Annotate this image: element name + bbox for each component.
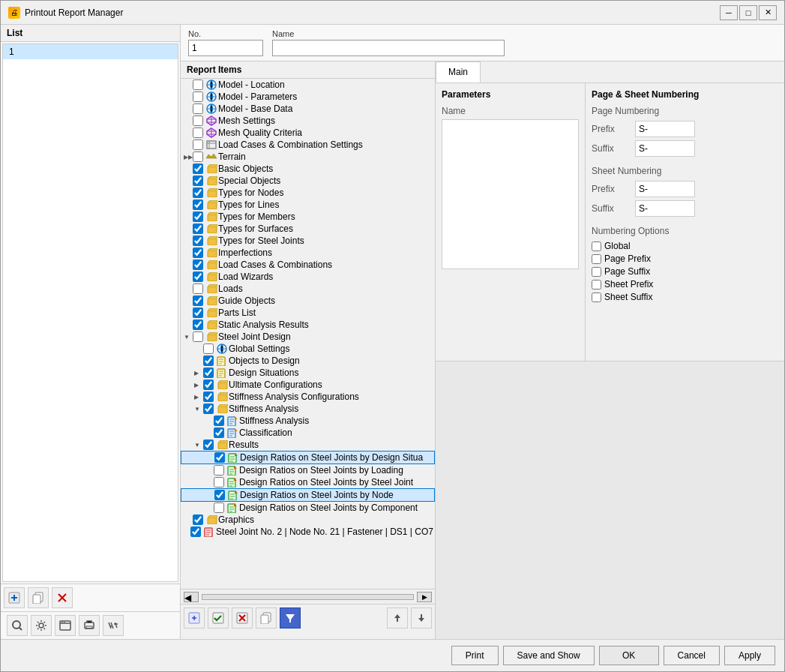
checkbox-terrain[interactable] — [193, 152, 203, 162]
tab-main[interactable]: Main — [436, 62, 481, 82]
expand-icon-results[interactable]: ▼ — [194, 442, 202, 448]
sheet-suffix-input[interactable] — [635, 200, 695, 217]
tree-item-load-combo-settings[interactable]: Load Cases & Combination Settings — [181, 139, 435, 151]
tree-item-model-parameters[interactable]: Model - Parameters — [181, 91, 435, 103]
expand-icon-ultimate-configs[interactable]: ▶ — [194, 382, 202, 388]
tree-item-load-wizards[interactable]: Load Wizards — [181, 271, 435, 283]
checkbox-load-wizards[interactable] — [193, 272, 203, 282]
checkbox-types-nodes[interactable] — [193, 188, 203, 198]
tree-item-steel-joint-design[interactable]: ▼ Steel Joint Design — [181, 331, 435, 343]
settings-button[interactable] — [31, 615, 52, 636]
tree-item-types-nodes[interactable]: Types for Nodes — [181, 187, 435, 199]
checkbox-load-cases-combos[interactable] — [193, 260, 203, 270]
move-up-button[interactable] — [387, 608, 408, 628]
checkbox-stiffness-analysis-parent[interactable] — [203, 404, 214, 414]
tree-item-types-steel-joints[interactable]: Types for Steel Joints — [181, 235, 435, 247]
checkbox-steel-joint-design[interactable] — [193, 332, 203, 342]
tree-item-graphics[interactable]: Graphics — [181, 514, 435, 526]
global-checkbox[interactable] — [592, 242, 601, 251]
checkbox-model-parameters[interactable] — [193, 92, 203, 102]
checkbox-load-combo-settings[interactable] — [193, 140, 203, 150]
search-button[interactable] — [7, 615, 28, 636]
checkbox-classification[interactable] — [214, 428, 224, 438]
checkbox-design-ratios-design-situ[interactable] — [214, 452, 225, 463]
tree-item-loads[interactable]: Loads — [181, 283, 435, 295]
checkbox-ultimate-configs[interactable] — [203, 380, 214, 390]
print-button[interactable]: Print — [451, 646, 499, 665]
tree-item-results[interactable]: ▼ Results — [181, 439, 435, 451]
checkbox-results[interactable] — [203, 440, 214, 450]
tree-item-design-ratios-by-steel-joint[interactable]: Design Ratios on Steel Joints by Steel J… — [181, 476, 435, 488]
duplicate-button[interactable] — [256, 608, 277, 628]
maximize-button[interactable]: □ — [739, 5, 757, 20]
sheet-suffix-checkbox[interactable] — [592, 292, 601, 302]
checkbox-guide-objects[interactable] — [193, 296, 203, 306]
checkbox-model-location[interactable] — [193, 80, 203, 90]
info-button[interactable] — [55, 615, 76, 636]
tree-item-parts-list[interactable]: Parts List — [181, 307, 435, 319]
expand-icon-design-situations[interactable]: ▶ — [194, 370, 202, 376]
checkbox-stiffness-analysis-child[interactable] — [214, 416, 224, 426]
checkbox-types-steel-joints[interactable] — [193, 236, 203, 246]
checkbox-stiffness-analysis-configs[interactable] — [203, 392, 214, 402]
checkbox-global-settings[interactable] — [203, 344, 214, 354]
sheet-prefix-checkbox[interactable] — [592, 280, 601, 290]
checkbox-design-ratios-node[interactable] — [214, 490, 225, 500]
tree-item-mesh-quality[interactable]: Mesh Quality Criteria — [181, 127, 435, 139]
tree-item-design-ratios-by-loading[interactable]: Design Ratios on Steel Joints by Loading — [181, 464, 435, 476]
tree-item-design-ratios-by-design-situ[interactable]: Design Ratios on Steel Joints by Design … — [181, 451, 435, 464]
expand-icon-stiffness-configs[interactable]: ▶ — [194, 394, 202, 400]
checkbox-mesh-quality[interactable] — [193, 128, 203, 138]
checkbox-design-ratios-component[interactable] — [214, 502, 224, 513]
tree-item-objects-to-design[interactable]: Objects to Design — [181, 355, 435, 367]
page-suffix-checkbox[interactable] — [592, 267, 601, 277]
cancel-button[interactable]: Cancel — [664, 646, 720, 665]
tree-item-design-situations[interactable]: ▶ Design Situations — [181, 367, 435, 379]
checkbox-types-lines[interactable] — [193, 200, 203, 210]
check-all-button[interactable] — [208, 608, 229, 628]
sheet-prefix-input[interactable] — [635, 181, 695, 197]
uncheck-all-button[interactable] — [232, 608, 253, 628]
delete-button[interactable] — [52, 587, 73, 608]
checkbox-model-base-data[interactable] — [193, 104, 203, 114]
print-settings-button[interactable] — [79, 615, 100, 636]
tree-add-button[interactable] — [184, 608, 205, 628]
checkbox-parts-list[interactable] — [193, 308, 203, 318]
apply-button[interactable]: Apply — [724, 646, 775, 665]
checkbox-mesh-settings[interactable] — [193, 116, 203, 126]
tree-item-terrain[interactable]: ▶ Terrain — [181, 151, 435, 163]
scroll-left[interactable]: ◀ — [184, 592, 199, 602]
save-show-button[interactable]: Save and Show — [503, 646, 595, 665]
checkbox-static-analysis[interactable] — [193, 320, 203, 330]
tree-item-classification[interactable]: Classification — [181, 427, 435, 439]
tree-item-stiffness-analysis-parent[interactable]: ▼ Stiffness Analysis — [181, 403, 435, 415]
language-button[interactable] — [103, 615, 124, 636]
checkbox-imperfections[interactable] — [193, 248, 203, 258]
tree-item-static-analysis[interactable]: Static Analysis Results — [181, 319, 435, 331]
tree-item-model-base-data[interactable]: Model - Base Data — [181, 103, 435, 115]
tree-item-imperfections[interactable]: Imperfections — [181, 247, 435, 259]
checkbox-design-ratios-steel-joint[interactable] — [214, 477, 224, 488]
tree-item-basic-objects[interactable]: Basic Objects — [181, 163, 435, 175]
add-button[interactable] — [4, 587, 25, 608]
checkbox-objects-to-design[interactable] — [203, 356, 214, 366]
no-input[interactable] — [188, 40, 263, 56]
page-suffix-input[interactable] — [635, 140, 695, 157]
tree-item-steel-joint-no2[interactable]: Steel Joint No. 2 | Node No. 21 | Fasten… — [181, 526, 435, 538]
tree-item-design-ratios-by-node[interactable]: Design Ratios on Steel Joints by Node — [181, 488, 435, 502]
checkbox-types-members[interactable] — [193, 212, 203, 222]
tree-area[interactable]: Model - Location Model - Parameters — [181, 79, 435, 589]
tree-item-load-cases-combos[interactable]: Load Cases & Combinations — [181, 259, 435, 271]
scroll-right[interactable]: ▶ — [417, 592, 432, 602]
expand-icon-steel-joint-design[interactable]: ▼ — [184, 334, 191, 340]
tree-item-design-ratios-by-component[interactable]: Design Ratios on Steel Joints by Compone… — [181, 502, 435, 514]
tree-item-stiffness-analysis-configs[interactable]: ▶ Stiffness Analysis Configurations — [181, 391, 435, 403]
move-down-button[interactable] — [411, 608, 432, 628]
page-prefix-checkbox[interactable] — [592, 254, 601, 264]
horizontal-scrollbar[interactable] — [202, 594, 414, 600]
checkbox-types-surfaces[interactable] — [193, 224, 203, 234]
tree-item-special-objects[interactable]: Special Objects — [181, 175, 435, 187]
minimize-button[interactable]: ─ — [720, 5, 738, 20]
tree-item-types-members[interactable]: Types for Members — [181, 211, 435, 223]
page-prefix-input[interactable] — [635, 121, 695, 137]
